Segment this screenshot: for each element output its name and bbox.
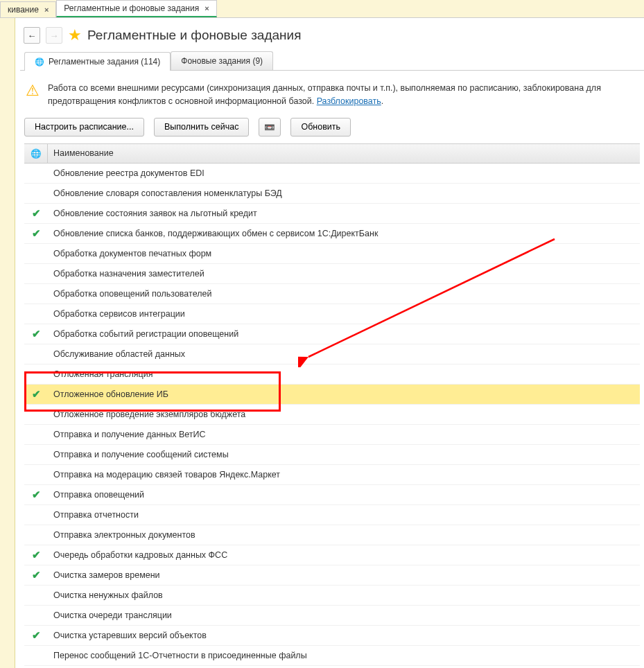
page-title: Регламентные и фоновые задания [87, 28, 301, 43]
table-row[interactable]: Обслуживание областей данных [24, 344, 640, 364]
globe-icon: 🌐 [24, 144, 48, 163]
row-name: Очистка ненужных файлов [48, 590, 640, 600]
star-icon[interactable]: ★ [68, 26, 82, 44]
check-icon: ✔ [32, 207, 41, 219]
row-check-cell: ✔ [24, 388, 48, 401]
row-check-cell: ✔ [24, 227, 48, 240]
toolbar: Настроить расписание... Выполнить сейчас… [24, 118, 640, 143]
tab-scheduled-jobs[interactable]: 🌐 Регламентные задания (114) [24, 52, 171, 71]
row-name: Отложенная трансляция [48, 369, 640, 379]
row-name: Отправка и получение данных ВетИС [48, 430, 640, 439]
row-check-cell: ✔ [24, 629, 48, 642]
table-row[interactable]: Отправка отчетности [24, 505, 640, 525]
row-name: Отправка на модерацию связей товаров Янд… [48, 470, 640, 480]
row-name: Перенос сообщений 1С-Отчетности в присое… [48, 651, 640, 660]
table-row[interactable]: Отправка и получение данных ВетИС [24, 425, 640, 445]
row-name: Отправка электронных документов [48, 530, 640, 540]
row-name: Обновление реестра документов EDI [48, 168, 640, 178]
row-check-cell: ✔ [24, 569, 48, 581]
check-icon: ✔ [32, 549, 41, 561]
tab-label: Регламентные задания (114) [49, 57, 160, 67]
table-row[interactable]: Обработка назначения заместителей [24, 264, 640, 284]
nav-back-button[interactable]: ← [24, 27, 40, 44]
nav-forward-button[interactable]: → [46, 27, 62, 44]
top-tab-item[interactable]: кивание × [0, 1, 56, 17]
warning-bar: ⚠ Работа со всеми внешними ресурсами (си… [24, 79, 640, 118]
header: ← → ★ Регламентные и фоновые задания [20, 18, 644, 51]
row-check-cell: ✔ [24, 207, 48, 220]
table-row[interactable]: ✔Отправка оповещений [24, 485, 640, 505]
tab-label: Регламентные и фоновые задания [64, 3, 199, 13]
icon-button[interactable]: 📼 [259, 118, 281, 137]
top-tabs-bar: кивание × Регламентные и фоновые задания… [0, 0, 644, 18]
row-name: Обработка назначения заместителей [48, 269, 640, 279]
row-name: Отложенное обновление ИБ [48, 389, 640, 399]
table-row[interactable]: Обновление словаря сопоставления номенкл… [24, 184, 640, 204]
table-row[interactable]: Отправка и получение сообщений системы [24, 445, 640, 465]
close-icon[interactable]: × [204, 4, 209, 12]
check-icon: ✔ [32, 328, 41, 340]
row-check-cell: ✔ [24, 549, 48, 561]
table-row[interactable]: ✔Очередь обработки кадровых данных ФСС [24, 545, 640, 565]
table-row[interactable]: Отложенное проведение экземпляров бюджет… [24, 405, 640, 425]
left-stripe [0, 18, 15, 668]
warning-icon: ⚠ [26, 82, 40, 108]
row-check-cell: ✔ [24, 489, 48, 501]
table-row[interactable]: ✔Очистка замеров времени [24, 565, 640, 586]
check-icon: ✔ [32, 629, 41, 641]
table-row[interactable]: Отложенная трансляция [24, 364, 640, 385]
table-row[interactable]: Перенос сообщений 1С-Отчетности в присое… [24, 646, 640, 666]
close-icon[interactable]: × [44, 6, 49, 14]
row-name: Отправка отчетности [48, 510, 640, 520]
table-row[interactable]: Обработка оповещений пользователей [24, 284, 640, 304]
row-name: Очистка замеров времени [48, 570, 640, 580]
refresh-button[interactable]: Обновить [290, 118, 351, 137]
row-name: Обслуживание областей данных [48, 349, 640, 359]
tab-background-jobs[interactable]: Фоновые задания (9) [171, 51, 273, 70]
row-name: Обработка оповещений пользователей [48, 289, 640, 299]
check-icon: ✔ [32, 489, 41, 500]
row-name: Обработка сервисов интеграции [48, 309, 640, 319]
table-row[interactable]: ✔Обновление списка банков, поддерживающи… [24, 224, 640, 244]
main-tabs: 🌐 Регламентные задания (114) Фоновые зад… [20, 51, 644, 71]
schedule-button[interactable]: Настроить расписание... [24, 118, 144, 137]
table-row[interactable]: Обработка документов печатных форм [24, 244, 640, 264]
table-row[interactable]: ✔Отложенное обновление ИБ [24, 385, 640, 405]
row-name: Обновление списка банков, поддерживающих… [48, 229, 640, 238]
table-row[interactable]: ✔Обработка событий регистрации оповещени… [24, 324, 640, 344]
row-name: Обновление словаря сопоставления номенкл… [48, 188, 640, 198]
tab-label: кивание [8, 5, 39, 15]
table-body: Обновление реестра документов EDIОбновле… [24, 164, 640, 666]
globe-icon: 🌐 [35, 58, 44, 67]
top-tab-item[interactable]: Регламентные и фоновые задания × [56, 0, 216, 17]
check-icon: ✔ [32, 388, 41, 400]
tab-label: Фоновые задания (9) [181, 56, 263, 66]
row-name: Отправка и получение сообщений системы [48, 450, 640, 459]
row-name: Обработка событий регистрации оповещений [48, 329, 640, 339]
check-icon: ✔ [32, 227, 41, 239]
unblock-link[interactable]: Разблокировать [317, 96, 381, 106]
table-row[interactable]: ✔Обновление состояния заявок на льготный… [24, 204, 640, 224]
row-name: Очистка устаревших версий объектов [48, 631, 640, 640]
table-row[interactable]: Отправка на модерацию связей товаров Янд… [24, 465, 640, 485]
table-row[interactable]: Отправка электронных документов [24, 525, 640, 545]
table-row[interactable]: Очистка ненужных файлов [24, 586, 640, 606]
row-name: Обновление состояния заявок на льготный … [48, 209, 640, 218]
row-name: Отправка оповещений [48, 490, 640, 500]
column-header-name[interactable]: Наименование [48, 144, 640, 163]
row-name: Очередь обработки кадровых данных ФСС [48, 550, 640, 560]
row-name: Обработка документов печатных форм [48, 249, 640, 258]
table-row[interactable]: Очистка очереди трансляции [24, 606, 640, 626]
row-name: Отложенное проведение экземпляров бюджет… [48, 410, 640, 419]
check-icon: ✔ [32, 569, 41, 581]
table-row[interactable]: ✔Очистка устаревших версий объектов [24, 626, 640, 646]
table-row[interactable]: Обработка сервисов интеграции [24, 304, 640, 324]
table-row[interactable]: Обновление реестра документов EDI [24, 164, 640, 184]
run-now-button[interactable]: Выполнить сейчас [154, 118, 250, 137]
table-header: 🌐 Наименование [24, 143, 640, 164]
row-check-cell: ✔ [24, 328, 48, 340]
row-name: Очистка очереди трансляции [48, 610, 640, 620]
